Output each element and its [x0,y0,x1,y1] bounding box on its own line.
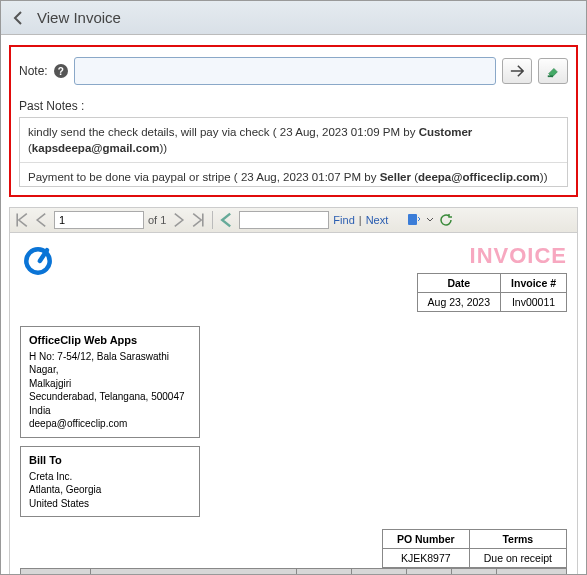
svg-rect-1 [408,214,417,225]
next-page-icon[interactable] [170,212,186,228]
eraser-icon [546,64,560,78]
notes-panel: Note: ? Past Notes : kindly send the che… [9,45,578,197]
export-icon[interactable] [406,212,422,228]
last-page-icon[interactable] [190,212,206,228]
titlebar: View Invoice [1,1,586,35]
refresh-icon[interactable] [438,212,454,228]
page-number-input[interactable] [54,211,144,229]
note-label: Note: [19,64,48,78]
line-items-table: Item Name Description Quantity Unit Cost… [20,568,567,575]
export-dropdown-icon[interactable] [426,212,434,228]
first-page-icon[interactable] [14,212,30,228]
note-input[interactable] [74,57,496,85]
send-icon [510,64,524,78]
next-link[interactable]: Next [366,214,389,226]
prev-page-icon[interactable] [34,212,50,228]
past-notes-label: Past Notes : [19,99,568,113]
find-link[interactable]: Find [333,214,354,226]
seller-address: OfficeClip Web Apps H No: 7-54/12, Bala … [20,326,200,438]
page-of-label: of 1 [148,214,166,226]
invoice-document: INVOICE DateInvoice # Aug 23, 2023Inv000… [9,233,578,575]
viewer-toolbar: of 1 Find | Next [9,207,578,233]
po-terms-table: PO NumberTerms KJEK8977Due on receipt [382,529,567,568]
invoice-title: INVOICE [417,243,567,269]
report-viewer: of 1 Find | Next INVOICE DateInvoice # A… [9,207,578,575]
send-note-button[interactable] [502,58,532,84]
clear-note-button[interactable] [538,58,568,84]
svg-rect-0 [548,75,553,77]
company-logo [20,243,56,282]
page-title: View Invoice [37,9,121,26]
toolbar-back-icon[interactable] [219,212,235,228]
past-note-item: Payment to be done via paypal or stripe … [20,163,567,187]
find-input[interactable] [239,211,329,229]
past-notes-list[interactable]: kindly send the check details, will pay … [19,117,568,187]
billto-address: Bill To Creta Inc. Atlanta, Georgia Unit… [20,446,200,517]
past-note-item: kindly send the check details, will pay … [20,118,567,163]
help-icon[interactable]: ? [54,64,68,78]
back-icon[interactable] [11,10,27,26]
invoice-meta-table: DateInvoice # Aug 23, 2023Inv00011 [417,273,567,312]
